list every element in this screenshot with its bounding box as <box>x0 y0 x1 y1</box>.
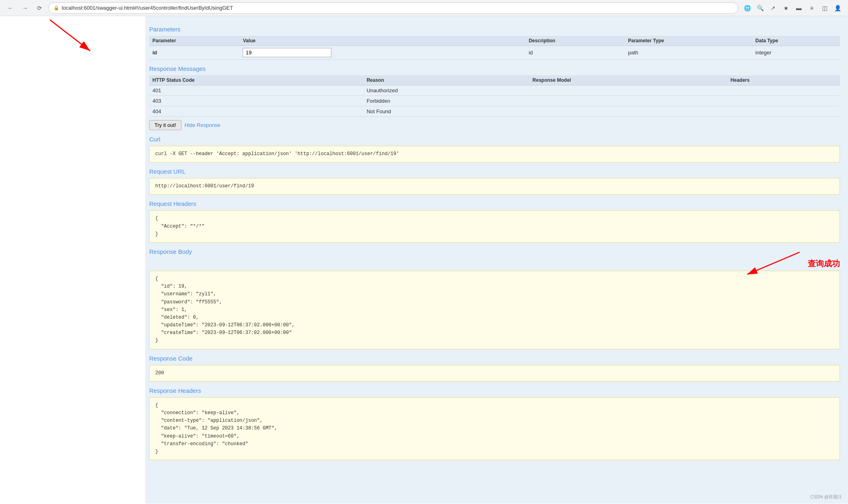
response-code-title: Response Code <box>149 355 840 362</box>
csdn-watermark: CSDN @祥愿汪 <box>810 494 842 500</box>
reload-button[interactable]: ⟳ <box>34 2 45 14</box>
status-code: 401 <box>149 85 363 96</box>
lock-icon: 🔒 <box>54 5 59 10</box>
param-datatype: integer <box>752 46 840 60</box>
svg-line-1 <box>50 20 90 51</box>
menu-icon[interactable]: ≡ <box>806 2 817 14</box>
browser-chrome: ← → ⟳ 🔒 localhost:6001/swagger-ui.html#!… <box>0 0 848 16</box>
model <box>529 106 727 117</box>
table-row: 404 Not Found <box>149 106 840 117</box>
param-value-cell <box>240 46 525 60</box>
resp-col-model: Response Model <box>529 75 727 85</box>
sidebar-toggle-icon[interactable]: ◫ <box>819 2 830 14</box>
headers <box>727 96 840 106</box>
headers <box>727 106 840 117</box>
zoom-icon[interactable]: 🔍 <box>754 2 766 14</box>
reason: Forbidden <box>363 96 529 106</box>
resp-col-code: HTTP Status Code <box>149 75 363 85</box>
table-row: id id path integer <box>149 46 840 60</box>
param-type: path <box>625 46 752 60</box>
response-code-box: 200 <box>149 365 840 382</box>
response-body-wrapper: 查询成功 { "id": 19, "username": "zyl1", "pa… <box>149 258 840 349</box>
response-body-title: Response Body <box>149 248 840 255</box>
bookmark-icon[interactable]: ★ <box>780 2 792 14</box>
response-headers-title: Response Headers <box>149 387 840 394</box>
status-code: 404 <box>149 106 363 117</box>
reason: Unauthorized <box>363 85 529 96</box>
page-container: Parameters Parameter Value Description P… <box>0 16 848 504</box>
model <box>529 85 727 96</box>
resp-col-reason: Reason <box>363 75 529 85</box>
param-col-parameter: Parameter <box>149 36 240 46</box>
back-button[interactable]: ← <box>5 2 16 14</box>
curl-title: Curl <box>149 136 840 143</box>
param-name: id <box>149 46 240 60</box>
model <box>529 96 727 106</box>
resp-col-headers: Headers <box>727 75 840 85</box>
curl-box: curl -X GET --header 'Accept: applicatio… <box>149 146 840 162</box>
response-messages-title: Response Messages <box>149 65 840 72</box>
query-success-annotation: 查询成功 <box>149 258 840 269</box>
request-url-box: http://localhost:6001/user/find/19 <box>149 178 840 195</box>
hide-response-link[interactable]: Hide Response <box>185 122 221 128</box>
response-body-box: { "id": 19, "username": "zyl1", "passwor… <box>149 271 840 349</box>
url-text: localhost:6001/swagger-ui.html#!/user45c… <box>62 5 233 11</box>
parameters-title: Parameters <box>149 26 840 33</box>
translate-icon[interactable]: 🌐 <box>742 2 753 14</box>
browser-actions: 🌐 🔍 ↗ ★ ▬ ≡ ◫ 👤 <box>742 2 843 14</box>
status-code: 403 <box>149 96 363 106</box>
param-col-description: Description <box>525 36 625 46</box>
profile-icon[interactable]: 👤 <box>832 2 843 14</box>
param-col-datatype: Data Type <box>752 36 840 46</box>
reason: Not Found <box>363 106 529 117</box>
share-icon[interactable]: ↗ <box>767 2 779 14</box>
try-it-button[interactable]: Try it out! <box>149 120 181 130</box>
headers <box>727 85 840 96</box>
action-row: Try it out! Hide Response <box>149 120 840 130</box>
table-row: 401 Unauthorized <box>149 85 840 96</box>
response-headers-box: { "connection": "keep-alive", "content-t… <box>149 397 840 460</box>
response-messages-table: HTTP Status Code Reason Response Model H… <box>149 75 840 117</box>
main-content: Parameters Parameter Value Description P… <box>145 16 848 504</box>
forward-button[interactable]: → <box>19 2 31 14</box>
extension-icon[interactable]: ▬ <box>793 2 804 14</box>
param-col-value: Value <box>240 36 525 46</box>
request-headers-title: Request Headers <box>149 200 840 207</box>
table-row: 403 Forbidden <box>149 96 840 106</box>
red-arrow-annotation <box>24 16 105 56</box>
param-col-type: Parameter Type <box>625 36 752 46</box>
address-bar: 🔒 localhost:6001/swagger-ui.html#!/user4… <box>48 2 738 14</box>
request-url-title: Request URL <box>149 168 840 175</box>
parameters-table: Parameter Value Description Parameter Ty… <box>149 36 840 60</box>
request-headers-box: { "Accept": "*/*" } <box>149 210 840 243</box>
sidebar <box>0 16 145 504</box>
param-description: id <box>525 46 625 60</box>
param-value-input[interactable] <box>243 48 331 57</box>
